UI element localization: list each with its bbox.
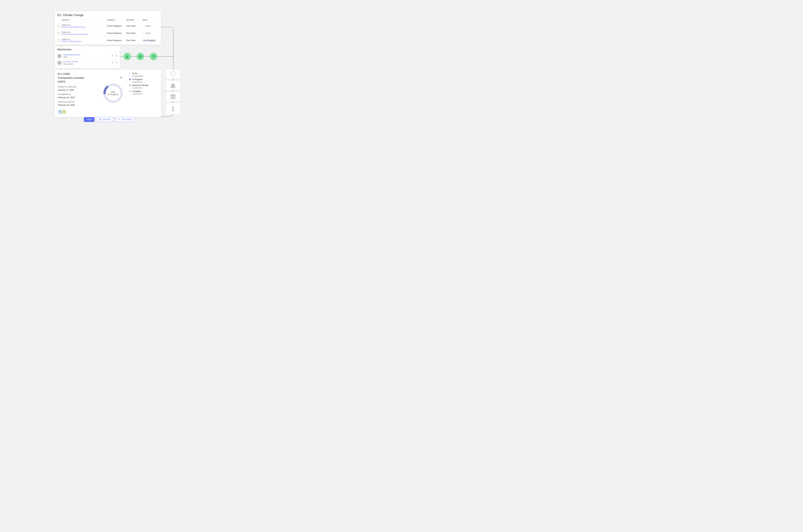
status-legend: To Do 21 questions In Progress 3 questio… <box>129 72 158 114</box>
attachment-row: Sustainability Report 2024 <box>57 53 117 59</box>
legend-name: Ready for Review <box>132 84 149 87</box>
legend-name: In Progress <box>132 78 143 80</box>
date-label: Ready for review by <box>58 85 97 89</box>
assignee-cell: Felice Patrignano <box>107 39 126 41</box>
date-label: Disclosure due by <box>58 100 97 103</box>
reviewer-cell: Paul Smith <box>126 32 142 34</box>
svg-text:★: ★ <box>174 71 175 72</box>
legend-name: Complete <box>132 90 141 92</box>
question-code: ESRS-E1-6 <box>62 31 107 33</box>
svg-text:★: ★ <box>171 71 172 72</box>
summary-dates: Ready for review by January 31, 2025Comp… <box>58 85 97 107</box>
questions-card: E1- Climate Change Question Assignee Rev… <box>55 11 161 44</box>
date-value: February 15, 2025 <box>58 96 97 99</box>
reviewer-cell: Paul Smith <box>126 39 142 41</box>
file-icon <box>57 61 62 65</box>
svg-text:★: ★ <box>172 76 174 77</box>
question-code: ESRS-E1-5 <box>62 24 107 26</box>
cathedral-icon <box>166 80 180 90</box>
status-badge: To Do <box>142 24 152 27</box>
svg-point-15 <box>173 85 173 86</box>
action-button-row: VIEW EXPORT ADD NEW <box>84 117 134 122</box>
cursor-icon <box>120 77 122 80</box>
legend-count: 0 questions <box>132 93 158 95</box>
legend-count: 3 questions <box>132 81 158 83</box>
assignee-cell: Felice Patrignano <box>107 32 126 34</box>
progress-donut: 13% In Progress <box>100 72 126 114</box>
legend-count: 0 questions <box>132 87 158 89</box>
col-reviewer: Reviewer <box>126 19 142 21</box>
svg-text:★: ★ <box>172 71 174 72</box>
row-checkbox[interactable] <box>57 39 60 41</box>
legend-dot <box>129 91 131 92</box>
legend-name: To Do <box>132 72 138 75</box>
assignee-cell: Felice Patrignano <box>107 25 126 27</box>
eco-icon-row <box>124 53 157 60</box>
legend-dot <box>129 84 131 86</box>
summary-title-3: ESRS <box>58 80 97 84</box>
svg-text:★: ★ <box>171 72 171 73</box>
edit-icon[interactable] <box>111 55 114 57</box>
question-link[interactable]: Energy consumption and mix <box>62 26 107 28</box>
svg-text:★: ★ <box>171 75 172 76</box>
avatar-group: PSPS <box>58 109 97 114</box>
edit-icon[interactable] <box>111 61 114 64</box>
legend-dot <box>129 73 131 74</box>
legend-item: In Progress 3 questions <box>129 78 158 83</box>
avatar: PS <box>62 109 67 114</box>
legend-item: Complete 0 questions <box>129 90 158 95</box>
export-button[interactable]: EXPORT <box>96 117 114 122</box>
document-icon <box>99 118 101 121</box>
view-button[interactable]: VIEW <box>84 117 94 122</box>
question-link[interactable]: Energy intensity per net turnover <box>62 33 107 35</box>
add-new-button[interactable]: ADD NEW <box>115 117 134 122</box>
attachments-title: Attachments <box>57 48 117 51</box>
legend-item: Ready for Review 0 questions <box>129 84 158 89</box>
reviewer-cell: Paul Smith <box>126 25 142 27</box>
attachment-sub: Policy 2024 <box>63 63 110 65</box>
attachment-link[interactable]: Sustainability Report <box>63 54 110 56</box>
question-code: ESRS-E1-7 <box>62 38 107 40</box>
svg-text:★: ★ <box>175 72 176 73</box>
attachment-link[interactable]: Company Climate <box>63 60 110 63</box>
svg-text:★: ★ <box>174 75 175 76</box>
svg-text:★: ★ <box>171 74 171 75</box>
plus-icon <box>118 118 120 121</box>
date-value: January 31, 2025 <box>58 89 97 92</box>
export-button-label: EXPORT <box>102 118 111 121</box>
row-checkbox[interactable] <box>57 25 60 27</box>
row-checkbox[interactable] <box>57 32 60 34</box>
network-plant-icon <box>124 53 131 60</box>
svg-point-1 <box>128 57 128 58</box>
trash-icon[interactable] <box>115 61 117 64</box>
donut-percent: 13% <box>108 91 118 93</box>
svg-text:★: ★ <box>175 74 176 75</box>
eiffel-tower-icon <box>166 103 180 114</box>
leaf-cycle-icon <box>150 53 157 60</box>
eu-stars-icon: ★★★★★★★★★★ <box>166 69 180 79</box>
col-status: Status <box>142 19 158 21</box>
date-value: February 28, 2025 <box>58 103 97 107</box>
view-button-label: VIEW <box>86 118 92 121</box>
trash-icon[interactable] <box>115 55 117 57</box>
brandenburg-gate-icon <box>166 92 180 101</box>
donut-status-label: In Progress <box>108 93 118 96</box>
location-badge-column: ★★★★★★★★★★ <box>166 69 180 114</box>
col-question: Question <box>62 19 107 21</box>
donut-center-label: 13% In Progress <box>108 91 118 96</box>
summary-card: EU CSRD Frameworks included: ESRS Ready … <box>55 70 161 117</box>
table-row: ESRS-E1-6 Energy intensity per net turno… <box>57 30 158 37</box>
questions-title: E1- Climate Change <box>57 14 158 17</box>
status-badge: To Do <box>142 32 152 35</box>
date-label: Completed by <box>58 93 97 96</box>
add-new-button-label: ADD NEW <box>122 118 132 121</box>
svg-point-2 <box>127 57 128 58</box>
questions-header-row: Question Assignee Reviewer Status <box>57 18 158 22</box>
file-icon <box>57 54 62 58</box>
table-row: ESRS-E1-7 Scope 1 GHG emissions Felice P… <box>57 37 158 44</box>
summary-title-2: Frameworks included: <box>58 76 97 80</box>
svg-point-0 <box>126 57 127 58</box>
summary-title-1: EU CSRD <box>58 72 97 76</box>
question-link[interactable]: Scope 1 GHG emissions <box>62 40 107 42</box>
globe-icon <box>137 53 144 60</box>
